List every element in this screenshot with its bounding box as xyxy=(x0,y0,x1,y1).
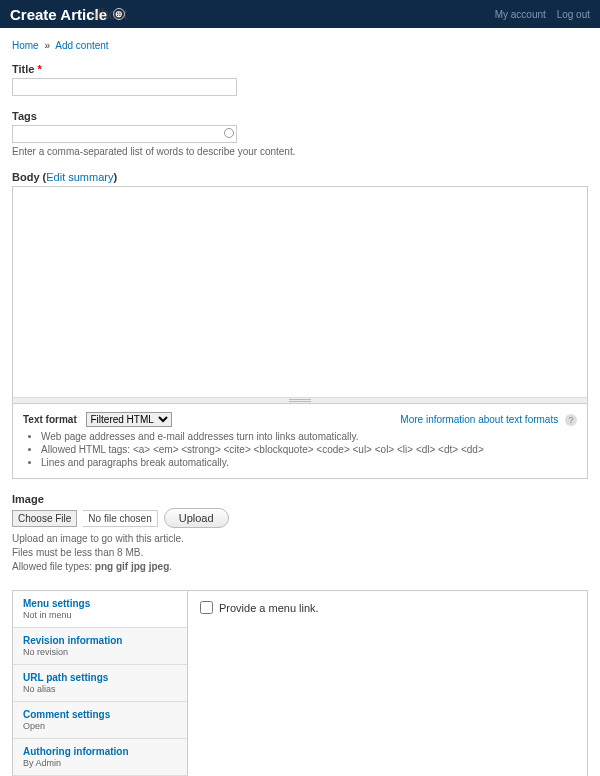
vtab-url-path[interactable]: URL path settings No alias xyxy=(13,665,187,702)
vtab-title: URL path settings xyxy=(23,672,177,683)
vtabs-list: Menu settings Not in menu Revision infor… xyxy=(13,591,188,776)
image-help-1: Upload an image to go with this article. xyxy=(12,532,588,546)
body-textarea[interactable] xyxy=(13,187,587,397)
breadcrumb-home[interactable]: Home xyxy=(12,40,39,51)
body-label: Body (Edit summary) xyxy=(12,171,588,183)
admin-toolbar: Create Article ⊕ My account Log out alho… xyxy=(0,0,600,28)
breadcrumb-add-content[interactable]: Add content xyxy=(55,40,108,51)
format-more: More information about text formats ? xyxy=(400,414,577,426)
format-controls: Text format Filtered HTML xyxy=(23,412,172,427)
title-label: Title * xyxy=(12,63,588,75)
vtab-title: Authoring information xyxy=(23,746,177,757)
resize-grip[interactable] xyxy=(13,397,587,403)
breadcrumb: Home » Add content xyxy=(12,40,588,51)
upload-button[interactable]: Upload xyxy=(164,508,229,528)
vtab-title: Revision information xyxy=(23,635,177,646)
vtab-summary: Not in menu xyxy=(23,610,177,620)
vtab-title: Menu settings xyxy=(23,598,177,609)
image-help: Upload an image to go with this article.… xyxy=(12,532,588,574)
more-info-link[interactable]: More information about text formats xyxy=(400,414,558,425)
account-links: My account Log out xyxy=(487,9,590,20)
help-icon[interactable]: ? xyxy=(565,414,577,426)
choose-file-button[interactable]: Choose File xyxy=(12,510,77,527)
title-row: Title * xyxy=(12,63,588,96)
my-account-link[interactable]: My account xyxy=(495,9,546,20)
tags-help: Enter a comma-separated list of words to… xyxy=(12,146,588,157)
body-row: Body (Edit summary) Text format Filtered… xyxy=(12,171,588,479)
tip-item: Allowed HTML tags: <a> <em> <strong> <ci… xyxy=(41,444,577,455)
tip-item: Lines and paragraphs break automatically… xyxy=(41,457,577,468)
image-row: Image Choose FileNo file chosen Upload U… xyxy=(12,493,588,574)
image-help-2: Files must be less than 8 MB. xyxy=(12,546,588,560)
vtab-summary: Open xyxy=(23,721,177,731)
tags-label: Tags xyxy=(12,110,588,122)
autocomplete-icon xyxy=(224,128,234,138)
vtab-pane-menu: Provide a menu link. xyxy=(188,591,331,776)
text-format-box: Text format Filtered HTML More informati… xyxy=(12,404,588,479)
tip-item: Web page addresses and e-mail addresses … xyxy=(41,431,577,442)
image-label: Image xyxy=(12,493,588,505)
format-tips: Web page addresses and e-mail addresses … xyxy=(41,431,577,468)
edit-summary-link[interactable]: Edit summary xyxy=(46,171,113,183)
menu-link-checkbox[interactable] xyxy=(200,601,213,614)
format-select[interactable]: Filtered HTML xyxy=(86,412,172,427)
vtab-menu-settings[interactable]: Menu settings Not in menu xyxy=(13,591,187,628)
vtab-title: Comment settings xyxy=(23,709,177,720)
tags-input-wrap xyxy=(12,125,237,143)
vtab-summary: No alias xyxy=(23,684,177,694)
page-body: Home » Add content Title * Tags Enter a … xyxy=(0,28,600,776)
breadcrumb-sep: » xyxy=(44,40,50,51)
background-text: alhost xyxy=(90,6,127,22)
menu-link-row[interactable]: Provide a menu link. xyxy=(200,601,319,614)
vtab-authoring[interactable]: Authoring information By Admin xyxy=(13,739,187,776)
format-label: Text format xyxy=(23,414,77,425)
menu-link-label: Provide a menu link. xyxy=(219,602,319,614)
image-help-3: Allowed file types: png gif jpg jpeg. xyxy=(12,560,588,574)
body-editor xyxy=(12,186,588,404)
vtab-summary: By Admin xyxy=(23,758,177,768)
file-controls: Choose FileNo file chosen Upload xyxy=(12,508,588,528)
tags-input[interactable] xyxy=(12,125,237,143)
vtab-revision[interactable]: Revision information No revision xyxy=(13,628,187,665)
vtab-summary: No revision xyxy=(23,647,177,657)
required-marker: * xyxy=(37,63,41,75)
title-label-text: Title xyxy=(12,63,34,75)
title-input[interactable] xyxy=(12,78,237,96)
vtab-comment[interactable]: Comment settings Open xyxy=(13,702,187,739)
format-header: Text format Filtered HTML More informati… xyxy=(23,412,577,427)
file-status: No file chosen xyxy=(83,510,157,527)
body-label-text: Body xyxy=(12,171,40,183)
tags-row: Tags Enter a comma-separated list of wor… xyxy=(12,110,588,157)
logout-link[interactable]: Log out xyxy=(557,9,590,20)
vertical-tabs: Menu settings Not in menu Revision infor… xyxy=(12,590,588,776)
